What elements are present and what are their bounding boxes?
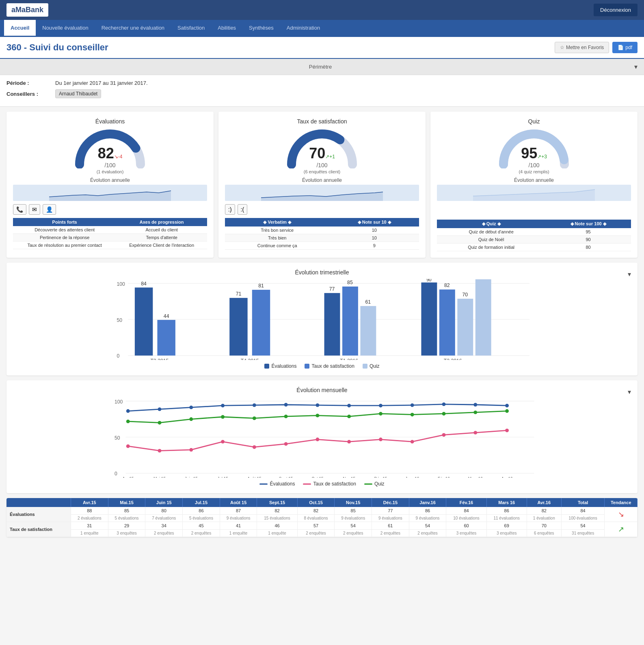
satisfaction-value-display: 70↗+1 /100 bbox=[285, 145, 359, 168]
monthly-sat-dot bbox=[253, 445, 256, 449]
pdf-icon: 📄 bbox=[618, 45, 624, 50]
eval-points-forts-3: Taux de résolution au premier contact bbox=[13, 242, 116, 249]
user-icon-button[interactable]: 👤 bbox=[43, 204, 56, 215]
satisfaction-evol-title: Évolution annuelle bbox=[225, 177, 419, 183]
logo: aMaBank bbox=[6, 3, 48, 17]
sat-oct15-sub: 2 enquêtes bbox=[297, 530, 335, 537]
bar-t2-quiz2 bbox=[475, 279, 491, 356]
table-row: Continue comme ça 9 bbox=[225, 242, 419, 250]
eval-points-forts-2: Pertinence de la réponse bbox=[13, 234, 116, 242]
nav-abilities[interactable]: Abilities bbox=[211, 20, 242, 37]
monthly-legend-sat-label: Taux de satisfaction bbox=[313, 481, 356, 487]
quiz-evol-svg bbox=[437, 185, 631, 201]
evaluations-title: Évaluations bbox=[13, 118, 207, 125]
svg-text:81: 81 bbox=[258, 283, 264, 289]
legend-satisfaction-label: Taux de satisfaction bbox=[311, 363, 354, 369]
fav-button[interactable]: ☆ Mettre en Favoris bbox=[555, 42, 609, 53]
monthly-eval-dot bbox=[158, 408, 162, 411]
quiz-evol-title: Évolution annuelle bbox=[437, 177, 631, 183]
table-row: Découverte des attentes client Accueil d… bbox=[13, 226, 207, 234]
satisfaction-sub: (6 enquêtes client) bbox=[304, 169, 341, 174]
conseiller-tag[interactable]: Arnaud Thibaudet bbox=[55, 89, 101, 98]
col-oct15: Oct.15 bbox=[297, 498, 335, 507]
monthly-eval-dot bbox=[347, 404, 351, 408]
nav-nouvelle-evaluation[interactable]: Nouvelle évaluation bbox=[36, 20, 95, 37]
bar-t3-sat bbox=[157, 320, 175, 356]
period-row: Période : Du 1er janvier 2017 au 31 janv… bbox=[6, 80, 638, 86]
monthly-legend-eval-label: Évaluations bbox=[270, 481, 295, 487]
table-row: Très bon service 10 bbox=[225, 227, 419, 234]
nav-syntheses[interactable]: Synthèses bbox=[242, 20, 280, 37]
tendance-down-icon: ↘ bbox=[618, 510, 624, 518]
pdf-button[interactable]: 📄 pdf bbox=[612, 42, 638, 53]
perimetre-bar[interactable]: Périmètre ▾ bbox=[0, 59, 644, 75]
table-row: Quiz de formation initial 80 bbox=[437, 244, 631, 251]
svg-text:Avr.16: Avr.16 bbox=[501, 477, 513, 478]
monthly-sat-dot bbox=[347, 440, 351, 444]
nav-rechercher-evaluation[interactable]: Rechercher une évaluation bbox=[95, 20, 171, 37]
eval-total: 84 bbox=[561, 507, 605, 515]
nav-accueil[interactable]: Accueil bbox=[4, 20, 36, 37]
quiz-delta: ↗+3 bbox=[537, 154, 547, 160]
satisfaction-denom: /100 bbox=[316, 162, 327, 168]
quiz-note-3: 80 bbox=[545, 244, 631, 251]
sad-icon-button[interactable]: :( bbox=[238, 204, 248, 215]
eval-oct15-sub: 8 évaluations bbox=[297, 515, 335, 522]
evaluations-sub: (1 évaluation) bbox=[97, 169, 124, 174]
monthly-sat-dot bbox=[158, 449, 162, 453]
nav-satisfaction[interactable]: Satisfaction bbox=[171, 20, 211, 37]
sat-avr15: 31 bbox=[71, 522, 108, 530]
monthly-legend-quiz: Quiz bbox=[364, 481, 385, 487]
table-row: 1 enquête 3 enquêtes 2 enquêtes 2 enquêt… bbox=[6, 530, 638, 537]
svg-text:70: 70 bbox=[462, 292, 468, 298]
svg-text:82: 82 bbox=[444, 283, 450, 288]
monthly-quiz-dot bbox=[505, 409, 509, 413]
table-row: Quiz de Noël 90 bbox=[437, 236, 631, 244]
sat-janv16-sub: 2 enquêtes bbox=[409, 530, 446, 537]
eval-oct15: 82 bbox=[297, 507, 335, 515]
legend-evaluations-label: Évaluations bbox=[271, 363, 296, 369]
bar-t3-eval bbox=[135, 287, 153, 356]
monthly-sat-dot bbox=[316, 438, 319, 441]
nav-administration[interactable]: Administration bbox=[280, 20, 326, 37]
svg-text:84: 84 bbox=[141, 281, 147, 287]
phone-icon-button[interactable]: 📞 bbox=[13, 204, 26, 215]
evaluations-gauge-container: 82↘-4 /100 (1 évaluation) bbox=[13, 128, 207, 174]
monthly-quiz-dot bbox=[473, 410, 477, 414]
eval-fev16-sub: 10 évaluations bbox=[446, 515, 486, 522]
sat-avr16: 70 bbox=[527, 522, 561, 530]
svg-text:85: 85 bbox=[347, 280, 353, 285]
quiz-icons-placeholder bbox=[437, 201, 631, 216]
eval-sept15: 82 bbox=[257, 507, 297, 515]
bottom-data-table: Avr.15 Mai.15 Juin 15 Jul.15 Août 15 Sep… bbox=[6, 498, 638, 537]
svg-text:61: 61 bbox=[365, 299, 371, 305]
email-icon-button[interactable]: ✉ bbox=[29, 204, 40, 215]
evaluations-big-num: 82 bbox=[98, 145, 114, 162]
happy-icon-button[interactable]: :) bbox=[225, 204, 235, 215]
monthly-quiz-dot bbox=[253, 416, 256, 420]
svg-text:Fév.16: Fév.16 bbox=[438, 477, 450, 478]
svg-text:100: 100 bbox=[117, 281, 125, 287]
col-tendance: Tendance bbox=[605, 498, 638, 507]
monthly-line-chart-svg: 100 50 0 bbox=[13, 397, 631, 478]
svg-text:50: 50 bbox=[117, 317, 122, 323]
tendance-up-icon: ↗ bbox=[618, 525, 624, 533]
eval-total-sub: 100 évaluations bbox=[561, 515, 605, 522]
svg-text:0: 0 bbox=[117, 353, 119, 359]
col-jul15: Jul.15 bbox=[183, 498, 220, 507]
sat-aout15: 41 bbox=[220, 522, 257, 530]
logout-button[interactable]: Déconnexion bbox=[594, 4, 638, 16]
sat-col-verbatim: ◈ Verbatim ◈ bbox=[225, 218, 330, 227]
monthly-eval-dot bbox=[473, 403, 477, 407]
svg-text:Oct.15: Oct.15 bbox=[311, 477, 324, 478]
evaluations-card: Évaluations 82↘-4 /100 (1 évaluation) bbox=[6, 112, 214, 258]
legend-quiz-color bbox=[363, 364, 367, 369]
evaluations-icons-row: 📞 ✉ 👤 bbox=[13, 204, 207, 215]
perimetre-label: Périmètre bbox=[6, 64, 634, 70]
eval-mai15-sub: 5 évaluations bbox=[108, 515, 145, 522]
quiz-note-2: 90 bbox=[545, 236, 631, 244]
eval-nov15: 85 bbox=[335, 507, 372, 515]
quiz-value-display: 95↗+3 /100 bbox=[497, 145, 571, 168]
col-nov15: Nov.15 bbox=[335, 498, 372, 507]
col-juin15: Juin 15 bbox=[145, 498, 183, 507]
